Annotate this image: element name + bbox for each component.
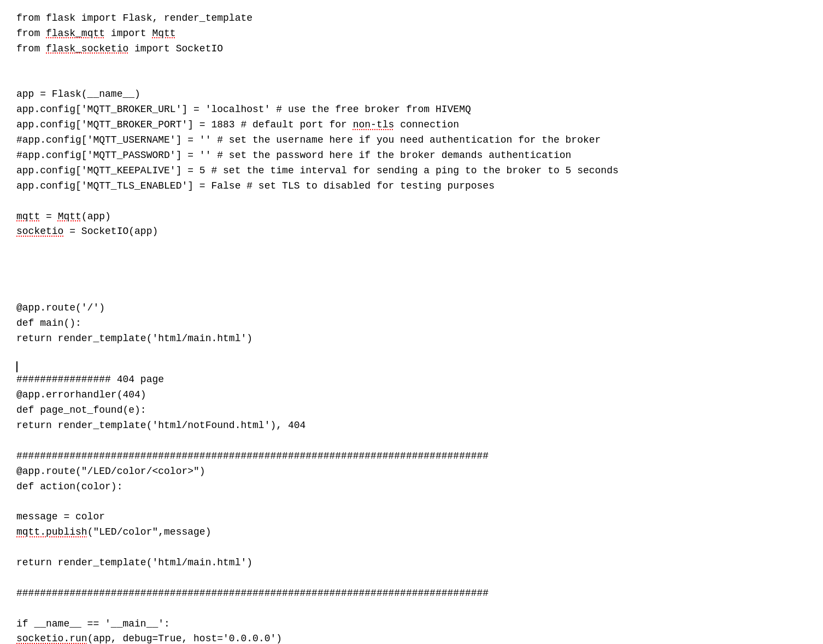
code-line: app.config['MQTT_BROKER_PORT'] = 1883 # …: [16, 118, 807, 133]
code-text: #app.config['MQTT_PASSWORD'] = '' # set …: [16, 150, 571, 161]
code-line: ########################################…: [16, 586, 807, 601]
code-line: mqtt = Mqtt(app): [16, 209, 807, 225]
blank-line: [16, 434, 807, 449]
code-line: from flask import Flask, render_template: [16, 11, 807, 26]
blank-line: [16, 540, 807, 555]
code-line: @app.route("/LED/color/<color>"): [16, 464, 807, 479]
code-line: ########################################…: [16, 449, 807, 464]
cursor-line[interactable]: [16, 361, 807, 372]
code-text: return render_template('html/main.html'): [16, 557, 252, 568]
code-text: app.config['MQTT_TLS_ENABLED'] = False #…: [16, 180, 495, 191]
code-line: def page_not_found(e):: [16, 403, 807, 418]
code-text-underline: socketio.run: [16, 633, 87, 644]
blank-line: [16, 57, 807, 72]
code-text-underline: mqtt.publish: [16, 526, 87, 537]
code-line: #app.config['MQTT_PASSWORD'] = '' # set …: [16, 148, 807, 163]
code-line: @app.errorhandler(404): [16, 388, 807, 403]
code-line: def action(color):: [16, 479, 807, 495]
code-text: def main():: [16, 318, 81, 329]
code-line: #app.config['MQTT_USERNAME'] = '' # set …: [16, 133, 807, 148]
code-text: return render_template('html/main.html'): [16, 333, 252, 344]
cursor: [16, 361, 17, 372]
code-text: (app): [81, 211, 111, 222]
code-text: =: [40, 211, 57, 222]
code-text: @app.route("/LED/color/<color>"): [16, 466, 205, 477]
blank-line: [16, 239, 807, 255]
blank-line: [16, 72, 807, 87]
code-line: from flask_mqtt import Mqtt: [16, 26, 807, 42]
code-text-underline: Mqtt: [58, 211, 81, 222]
code-text: ########################################…: [16, 450, 489, 461]
blank-line: [16, 494, 807, 510]
blank-line: [16, 270, 807, 285]
code-line: app.config['MQTT_KEEPALIVE'] = 5 # set t…: [16, 163, 807, 179]
code-text: import SocketIO: [128, 43, 223, 54]
code-text: ################ 404 page: [16, 374, 164, 385]
code-text: ########################################…: [16, 588, 489, 599]
code-line: app = Flask(__name__): [16, 87, 807, 102]
code-line: if __name__ == '__main__':: [16, 617, 807, 632]
code-text: (app, debug=True, host='0.0.0.0'): [87, 633, 282, 644]
code-text-underline: Mqtt: [152, 28, 175, 39]
code-line: @app.route('/'): [16, 301, 807, 316]
code-line: socketio = SocketIO(app): [16, 224, 807, 239]
code-line: mqtt.publish("LED/color",message): [16, 525, 807, 540]
code-text: app.config['MQTT_BROKER_URL'] = 'localho…: [16, 104, 471, 115]
blank-line: [16, 255, 807, 270]
code-line: def main():: [16, 316, 807, 331]
code-text-underline: mqtt: [16, 211, 40, 222]
code-text: = SocketIO(app): [63, 226, 158, 237]
code-line: socketio.run(app, debug=True, host='0.0.…: [16, 631, 807, 644]
code-line: return render_template('html/main.html'): [16, 555, 807, 571]
blank-line: [16, 347, 807, 362]
code-text: import: [105, 28, 152, 39]
code-text: message = color: [16, 511, 105, 522]
code-line: return render_template('html/notFound.ht…: [16, 418, 807, 434]
code-text: app.config['MQTT_BROKER_PORT'] = 1883 # …: [16, 119, 353, 130]
code-text: def action(color):: [16, 481, 122, 492]
code-text-underline: flask_mqtt: [46, 28, 105, 39]
blank-line: [16, 285, 807, 301]
code-text: ("LED/color",message): [87, 526, 211, 537]
code-text: from flask import Flask, render_template: [16, 13, 252, 24]
code-text-underline: non-tls: [353, 119, 395, 130]
code-text: from: [16, 43, 46, 54]
blank-line: [16, 194, 807, 209]
code-text: def page_not_found(e):: [16, 405, 146, 415]
blank-line: [16, 601, 807, 617]
code-line: message = color: [16, 510, 807, 525]
code-text: from: [16, 28, 46, 39]
code-text-underline: flask_socketio: [46, 43, 128, 54]
code-text: @app.errorhandler(404): [16, 389, 146, 400]
code-line: from flask_socketio import SocketIO: [16, 42, 807, 57]
code-text: connection: [394, 119, 459, 130]
code-text: @app.route('/'): [16, 302, 105, 313]
code-text: return render_template('html/notFound.ht…: [16, 420, 305, 431]
code-line: ################ 404 page: [16, 372, 807, 388]
code-text: app = Flask(__name__): [16, 89, 140, 99]
code-editor: from flask import Flask, render_template…: [16, 11, 807, 644]
code-text: app.config['MQTT_KEEPALIVE'] = 5 # set t…: [16, 165, 619, 176]
code-text-underline: socketio: [16, 226, 63, 237]
code-line: return render_template('html/main.html'): [16, 331, 807, 347]
code-text: #app.config['MQTT_USERNAME'] = '' # set …: [16, 134, 601, 145]
blank-line: [16, 571, 807, 586]
code-text: if __name__ == '__main__':: [16, 618, 170, 629]
code-line: app.config['MQTT_BROKER_URL'] = 'localho…: [16, 102, 807, 118]
code-line: app.config['MQTT_TLS_ENABLED'] = False #…: [16, 179, 807, 194]
